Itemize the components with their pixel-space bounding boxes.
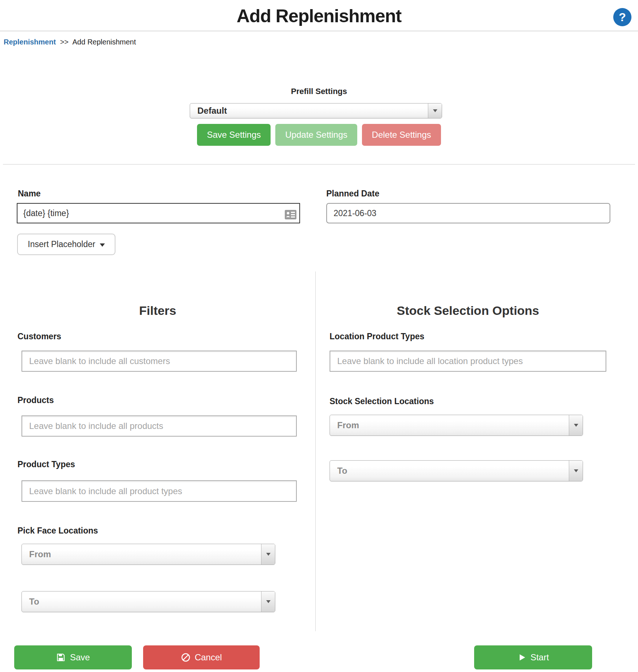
stock-selection-from-select[interactable]: From [330, 415, 583, 436]
products-input[interactable] [21, 415, 297, 437]
floppy-disk-icon [56, 653, 66, 662]
customers-label: Customers [17, 332, 61, 341]
play-icon [517, 653, 526, 662]
save-settings-button[interactable]: Save Settings [197, 124, 271, 146]
product-types-label: Product Types [17, 460, 75, 469]
chevron-down-icon [261, 591, 275, 612]
start-button[interactable]: Start [474, 645, 592, 669]
pick-face-to-select[interactable]: To [21, 591, 275, 612]
planned-date-input[interactable] [326, 203, 610, 223]
update-settings-button[interactable]: Update Settings [275, 124, 357, 146]
chevron-down-icon [569, 415, 583, 435]
location-product-types-input[interactable] [330, 351, 606, 372]
planned-date-label: Planned Date [326, 189, 379, 199]
insert-placeholder-label: Insert Placeholder [28, 239, 95, 249]
stock-selection-to-select[interactable]: To [330, 460, 583, 481]
save-button-label: Save [70, 652, 90, 663]
contact-card-icon [285, 210, 296, 219]
breadcrumb-separator: >> [60, 38, 68, 46]
products-label: Products [17, 395, 54, 405]
breadcrumb-link-replenishment[interactable]: Replenishment [4, 38, 56, 46]
prefill-settings-select[interactable]: Default [190, 103, 442, 118]
stock-selection-options-heading: Stock Selection Options [328, 304, 608, 318]
pick-face-from-select[interactable]: From [21, 544, 275, 565]
name-input[interactable] [17, 203, 300, 223]
breadcrumb: Replenishment >> Add Replenishment [4, 38, 136, 46]
cancel-button[interactable]: Cancel [143, 645, 260, 669]
product-types-input[interactable] [21, 480, 297, 502]
section-divider [3, 164, 635, 165]
prefill-settings-selected-value: Default [190, 106, 428, 116]
name-label: Name [18, 189, 41, 199]
chevron-down-icon [569, 461, 583, 481]
stock-selection-from-value: From [330, 420, 569, 430]
chevron-down-icon [261, 544, 275, 564]
stock-selection-to-value: To [330, 466, 569, 476]
question-mark-icon: ? [619, 11, 626, 23]
caret-down-icon [100, 243, 105, 247]
chevron-down-icon [428, 103, 442, 118]
filters-heading: Filters [0, 304, 315, 318]
prefill-settings-label: Prefill Settings [0, 87, 638, 96]
location-product-types-label: Location Product Types [330, 332, 424, 341]
save-button[interactable]: Save [14, 645, 132, 669]
pick-face-from-value: From [22, 549, 261, 559]
delete-settings-button[interactable]: Delete Settings [362, 124, 441, 146]
customers-input[interactable] [21, 351, 297, 372]
pick-face-locations-label: Pick Face Locations [17, 526, 98, 536]
page-title: Add Replenishment [0, 0, 638, 31]
stock-selection-locations-label: Stock Selection Locations [330, 396, 434, 406]
cancel-button-label: Cancel [195, 652, 222, 663]
breadcrumb-current: Add Replenishment [72, 38, 136, 46]
insert-placeholder-button[interactable]: Insert Placeholder [17, 234, 115, 255]
help-button[interactable]: ? [613, 8, 631, 26]
start-button-label: Start [531, 652, 549, 663]
column-divider [315, 271, 316, 631]
pick-face-to-value: To [22, 597, 261, 607]
no-entry-icon [181, 653, 190, 662]
